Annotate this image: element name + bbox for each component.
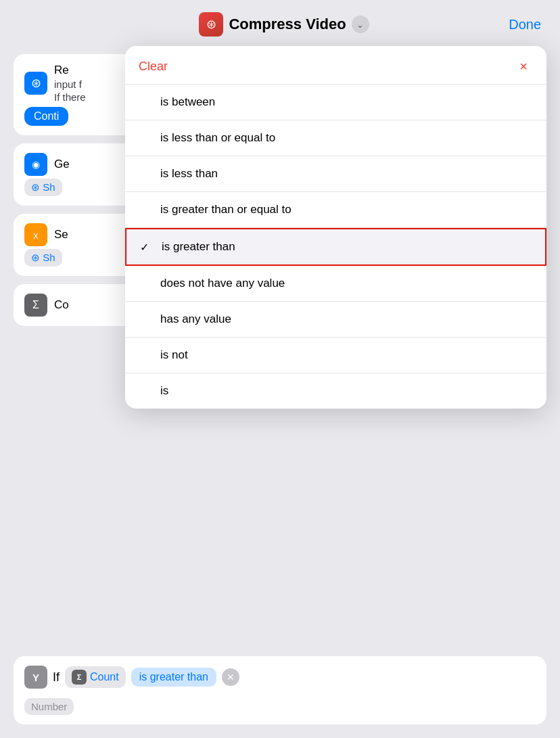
dropdown-header: Clear × xyxy=(125,46,546,85)
checkmark-icon: ✓ xyxy=(140,241,154,254)
dropdown-item-is-less-than[interactable]: is less than xyxy=(125,156,546,192)
dropdown-item-is-greater-than-or-equal-to[interactable]: is greater than or equal to xyxy=(125,192,546,228)
card-icon-set: x xyxy=(24,223,47,246)
clear-button[interactable]: Clear xyxy=(139,60,168,74)
dropdown-item-has-any-value[interactable]: has any value xyxy=(125,302,546,338)
number-placeholder[interactable]: Number xyxy=(24,698,74,715)
sigma-icon: Σ xyxy=(72,670,87,685)
header: ⊛ Compress Video ⌄ Done xyxy=(0,0,560,45)
if-label: If xyxy=(53,670,60,685)
dropdown-close-button[interactable]: × xyxy=(514,57,533,76)
if-row: Y If Σ Count is greater than ✕ xyxy=(24,666,536,689)
if-card-close[interactable]: ✕ xyxy=(222,668,239,686)
count-label: Count xyxy=(90,671,119,683)
dropdown-item-is-less-than-or-equal-to[interactable]: is less than or equal to xyxy=(125,120,546,156)
card-icon-receive: ⊛ xyxy=(24,72,47,95)
card-title-count: Co xyxy=(54,298,69,312)
dropdown-item-is-greater-than[interactable]: ✓ is greater than xyxy=(125,228,546,266)
header-center: ⊛ Compress Video ⌄ xyxy=(199,12,369,37)
dropdown-items-list: is between is less than or equal to is l… xyxy=(125,85,546,409)
done-button[interactable]: Done xyxy=(509,17,541,32)
card-icon-count: Σ xyxy=(24,294,47,317)
number-placeholder-row: Number xyxy=(24,694,536,715)
if-count-card: Y If Σ Count is greater than ✕ Number xyxy=(14,656,546,724)
operator-token[interactable]: is greater than xyxy=(131,668,216,687)
chevron-down-icon[interactable]: ⌄ xyxy=(352,16,369,33)
app-icon: ⊛ xyxy=(199,12,223,37)
header-title: Compress Video xyxy=(229,16,346,33)
dropdown-item-is-not[interactable]: is not xyxy=(125,338,546,373)
dropdown-item-is[interactable]: is xyxy=(125,373,546,409)
card-icon-get: ◉ xyxy=(24,153,47,176)
card-title-set: Se xyxy=(54,228,68,241)
card-title-receive: Re input f If there xyxy=(54,64,86,103)
condition-dropdown: Clear × is between is less than or equal… xyxy=(125,46,546,409)
dropdown-item-does-not-have-any-value[interactable]: does not have any value xyxy=(125,266,546,302)
count-token[interactable]: Σ Count xyxy=(65,666,126,688)
dropdown-item-is-between[interactable]: is between xyxy=(125,85,546,120)
if-card-icon: Y xyxy=(24,666,47,689)
card-title-get: Ge xyxy=(54,158,70,171)
